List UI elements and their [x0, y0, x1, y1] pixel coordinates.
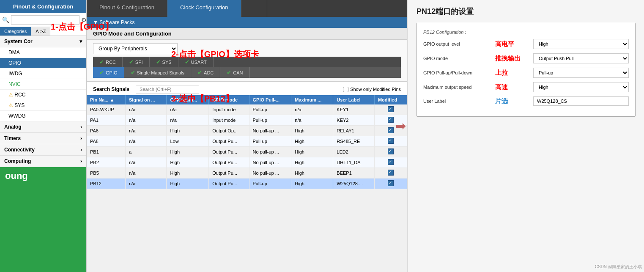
sidebar-header: Pinout & Configuration	[0, 0, 86, 13]
cell-max: High	[291, 168, 333, 179]
group-by-select[interactable]: Group By Peripherals	[93, 43, 178, 54]
tab-az[interactable]: A->Z	[31, 27, 50, 36]
stab-single-mapped[interactable]: ✔ Single Mapped Signals	[124, 67, 192, 78]
table-row[interactable]: PA1 n/a n/a Input mode Pull-up n/a KEY2	[87, 115, 407, 126]
config-select-2[interactable]: Pull-up	[533, 68, 629, 78]
cell-signal: n/a	[125, 115, 167, 126]
cell-pin: PA0-WKUP	[87, 104, 125, 115]
table-row[interactable]: PB2 n/a High Output Pu... No pull-up ...…	[87, 157, 407, 168]
top-tabs: Pinout & Configuration Clock Configurati…	[87, 0, 407, 17]
signal-tabs: ✔ GPIO ✔ Single Mapped Signals ✔ ADC ✔ C…	[93, 67, 401, 78]
config-input-4[interactable]	[533, 96, 629, 106]
section-computing[interactable]: Computing ›	[0, 156, 86, 167]
config-label-2: GPIO Pull-up/Pull-down	[423, 70, 491, 75]
cell-pull: Pull-up	[249, 136, 291, 147]
th-pin[interactable]: Pin Na... ▲	[87, 95, 125, 104]
sidebar-item-dma[interactable]: DMA	[0, 47, 86, 58]
modified-checkbox[interactable]	[388, 148, 394, 154]
config-annotation-4: 片选	[495, 97, 529, 105]
table-row[interactable]: PB12 n/a High Output Pu... Pull-up High …	[87, 179, 407, 189]
stab-adc[interactable]: ✔ ADC	[191, 67, 220, 78]
ptab-sys[interactable]: ✔ SYS	[150, 57, 178, 67]
th-mode[interactable]: GPIO mode	[209, 95, 249, 104]
sidebar-item-rcc[interactable]: ⚠ RCC	[0, 90, 86, 100]
config-select-3[interactable]: High	[533, 82, 629, 92]
ptab-spi[interactable]: ✔ SPI	[123, 57, 150, 67]
system-core-header[interactable]: System Cor ▾	[0, 36, 86, 47]
cell-mode: Output Pu...	[209, 147, 249, 157]
stab-gpio[interactable]: ✔ GPIO	[93, 67, 124, 78]
search-signals-input[interactable]	[136, 85, 199, 93]
chevron-right-icon-4: ›	[80, 158, 82, 164]
table-row[interactable]: PA6 n/a High Output Op... No pull-up ...…	[87, 126, 407, 136]
modified-checkbox[interactable]	[388, 117, 394, 123]
stab-can[interactable]: ✔ CAN	[220, 67, 249, 78]
th-label[interactable]: User Label	[333, 95, 375, 104]
th-max[interactable]: Maximum ...	[291, 95, 333, 104]
ptab-rcc[interactable]: ✔ RCC	[93, 57, 123, 67]
section-timers[interactable]: Timers ›	[0, 133, 86, 144]
table-row[interactable]: PB1 a High Output Pu... No pull-up ... H…	[87, 147, 407, 157]
show-modified-checkbox[interactable]	[343, 87, 348, 92]
ptab-usart[interactable]: ✔ USART	[178, 57, 214, 67]
check-icon-gpio: ✔	[99, 69, 104, 76]
config-row-2: GPIO Pull-up/Pull-down上拉Pull-up	[423, 68, 629, 78]
check-icon-spi: ✔	[129, 59, 134, 65]
check-icon-single: ✔	[131, 69, 135, 76]
modified-checkbox[interactable]	[388, 106, 394, 112]
table-row[interactable]: PA8 n/a Low Output Pu... Pull-up High RS…	[87, 136, 407, 147]
connectivity-label: Connectivity	[4, 147, 35, 153]
tab-clock[interactable]: Clock Configuration	[167, 0, 241, 17]
cell-pull: No pull-up ...	[249, 126, 291, 136]
th-pull[interactable]: GPIO Pull-...	[249, 95, 291, 104]
cell-pull: No pull-up ...	[249, 157, 291, 168]
config-section: Group By Peripherals ✔ RCC ✔ SPI ✔ SYS ✔…	[87, 40, 407, 82]
cell-pin: PB12	[87, 179, 125, 189]
cell-label: KEY2	[333, 115, 375, 126]
section-connectivity[interactable]: Connectivity ›	[0, 144, 86, 156]
config-label-1: GPIO mode	[423, 56, 491, 61]
tab-software-packs-top[interactable]	[241, 0, 267, 17]
cell-label: RS485_RE	[333, 136, 375, 147]
gpio-table-container[interactable]: Pin Na... ▲ Signal on ... GPIO outp... G…	[87, 95, 407, 272]
modified-checkbox[interactable]	[388, 170, 394, 176]
section-analog[interactable]: Analog ›	[0, 121, 86, 133]
cell-gpio-out: High	[167, 179, 209, 189]
software-packs-label: ▼ Software Packs	[93, 19, 135, 25]
main-area: Pinout & Configuration Clock Configurati…	[87, 0, 407, 272]
cell-label: W25Q128....	[333, 179, 375, 189]
tab-pinout[interactable]: Pinout & Configuration	[87, 0, 167, 17]
gear-icon[interactable]: ⚙	[81, 16, 87, 23]
software-packs-bar[interactable]: ▼ Software Packs	[87, 17, 407, 28]
modified-checkbox[interactable]	[388, 138, 394, 144]
cell-max: n/a	[291, 104, 333, 115]
config-box-title: PB12 Configuration :	[423, 30, 629, 35]
config-box: PB12 Configuration : GPIO output level高电…	[417, 23, 636, 117]
config-select-0[interactable]: High	[533, 39, 629, 49]
sidebar-item-wwdg[interactable]: WWDG	[0, 111, 86, 121]
computing-label: Computing	[4, 158, 31, 164]
sidebar-item-nvic[interactable]: NVIC	[0, 79, 86, 90]
sidebar-item-gpio[interactable]: GPIO	[0, 58, 86, 69]
th-signal[interactable]: Signal on ...	[125, 95, 167, 104]
config-select-1[interactable]: Output Push Pull	[533, 53, 629, 63]
table-row[interactable]: PA0-WKUP n/a n/a Input mode Pull-up n/a …	[87, 104, 407, 115]
sidebar-item-sys[interactable]: ⚠ SYS	[0, 100, 86, 111]
table-row[interactable]: PB5 n/a High Output Pu... No pull-up ...…	[87, 168, 407, 179]
system-core-label: System Cor	[4, 38, 33, 44]
th-gpio-out[interactable]: GPIO outp...	[167, 95, 209, 104]
modified-checkbox[interactable]	[388, 159, 394, 165]
sidebar-item-iwdg[interactable]: IWDG	[0, 69, 86, 79]
modified-checkbox[interactable]	[388, 127, 394, 133]
tab-categories[interactable]: Categories	[0, 27, 31, 36]
cell-pin: PA1	[87, 115, 125, 126]
config-annotation-1: 推挽输出	[495, 55, 529, 63]
search-input[interactable]	[11, 15, 79, 25]
th-modified[interactable]: Modified	[374, 95, 407, 104]
config-row-4: User Label片选	[423, 96, 629, 106]
sidebar: Pinout & Configuration 🔍 ⚙ Categories A-…	[0, 0, 87, 272]
modified-checkbox[interactable]	[388, 180, 394, 186]
cell-mode: Output Pu...	[209, 168, 249, 179]
cell-modified	[374, 136, 407, 147]
check-icon-sys: ✔	[156, 59, 161, 65]
